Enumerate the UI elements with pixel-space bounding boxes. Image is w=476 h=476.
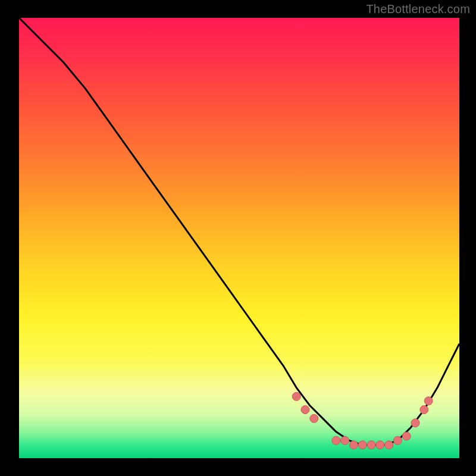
data-marker xyxy=(341,436,349,444)
data-marker xyxy=(376,441,384,449)
data-marker xyxy=(420,406,428,414)
data-marker xyxy=(301,406,309,414)
data-marker xyxy=(292,392,300,400)
plot-area xyxy=(19,18,459,458)
data-marker xyxy=(349,441,358,449)
chart-overlay-svg xyxy=(19,18,459,458)
curve-path xyxy=(19,18,459,445)
data-marker xyxy=(367,441,375,449)
markers-group xyxy=(292,392,433,449)
data-marker xyxy=(385,441,393,449)
data-marker xyxy=(424,397,433,405)
data-marker xyxy=(393,436,402,444)
data-marker xyxy=(358,441,367,449)
data-marker xyxy=(332,436,340,444)
data-marker xyxy=(310,414,318,422)
data-marker xyxy=(402,432,411,440)
data-marker xyxy=(411,419,419,427)
chart-stage: TheBottleneck.com xyxy=(0,0,476,476)
watermark-text: TheBottleneck.com xyxy=(366,2,470,16)
